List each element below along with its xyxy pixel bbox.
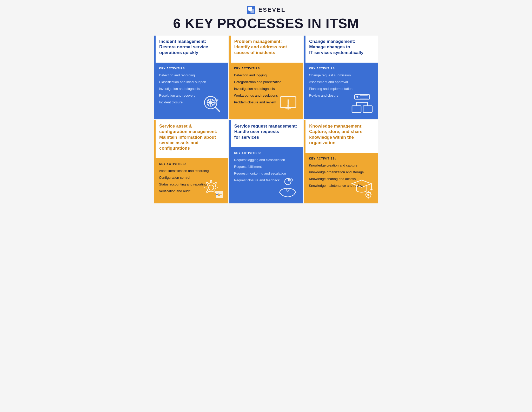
card-knowledge-title: Knowledge management:Capture, store, and… [309,123,374,145]
list-item: Detection and recording [159,72,223,79]
card-problem-title: Problem management:Identify and address … [234,39,299,55]
card-service-request-title-box: Service request management:Handle user r… [229,120,303,147]
list-item: Change request submission [309,72,373,79]
svg-marker-34 [352,180,371,187]
card-service-request-key-label: KEY ACTIVITIES: [234,151,298,155]
card-change-title: Change management:Manage changes toIT se… [309,39,374,55]
card-asset-icon [201,178,224,200]
card-problem-icon [278,95,299,115]
card-asset-title-box: Service asset &configuration management:… [154,120,228,158]
card-incident-icon [201,93,224,115]
card-knowledge: Knowledge management:Capture, store, and… [304,120,378,203]
logo-text: ESEVEL [258,6,286,13]
card-problem: Problem management:Identify and address … [229,36,303,119]
list-item: Investigation and diagnosis [234,85,298,92]
card-asset-title: Service asset &configuration management:… [159,123,224,151]
card-service-request-icon [277,178,299,200]
svg-rect-22 [363,106,372,112]
esevel-logo-icon [247,5,256,15]
list-item: Investigation and diagnosis [159,85,223,92]
card-knowledge-key-label: KEY ACTIVITIES: [309,157,373,160]
card-service-request-title: Service request management:Handle user r… [234,123,299,140]
list-item: Request fulfillment [234,163,298,170]
card-change-icon [351,93,374,115]
list-item: Request monitoring and escalation [234,170,298,177]
card-change-key-label: KEY ACTIVITIES: [309,67,373,70]
svg-rect-21 [352,106,361,112]
list-item: Knowledge creation and capture [309,162,373,169]
svg-point-17 [356,96,358,98]
list-item: Asset identification and recording [159,168,223,174]
card-service-request: Service request management:Handle user r… [229,120,303,203]
card-change-title-box: Change management:Manage changes toIT se… [304,36,378,63]
card-change: Change management:Manage changes toIT se… [304,36,378,119]
page: ESEVEL 6 KEY PROCESSES IN ITSM Incident … [149,0,383,211]
list-item: Classification and initial support [159,79,223,85]
svg-point-38 [367,194,369,196]
header: ESEVEL 6 KEY PROCESSES IN ITSM [154,5,378,31]
main-title: 6 KEY PROCESSES IN ITSM [154,16,378,31]
list-item: Categorization and prioritization [234,79,298,85]
list-item: Planning and implementation [309,85,373,92]
svg-point-27 [209,185,214,190]
list-item: Request logging and classification [234,157,298,163]
list-item: Knowledge organization and storage [309,169,373,176]
card-incident: Incident management:Restore normal servi… [154,36,228,119]
list-item: Detection and logging [234,72,298,79]
card-incident-key-label: KEY ACTIVITIES: [159,67,223,70]
svg-rect-2 [250,9,254,13]
card-incident-title: Incident management:Restore normal servi… [159,39,224,55]
svg-point-9 [209,101,212,104]
card-asset: Service asset &configuration management:… [154,120,228,203]
logo-row: ESEVEL [154,5,378,15]
svg-point-15 [287,105,289,107]
card-knowledge-title-box: Knowledge management:Capture, store, and… [304,120,378,153]
card-incident-title-box: Incident management:Restore normal servi… [154,36,228,63]
card-asset-key-label: KEY ACTIVITIES: [159,162,223,165]
list-item: Assessment and approval [309,79,373,85]
cards-grid: Incident management:Restore normal servi… [154,36,378,203]
svg-point-36 [370,188,373,190]
card-problem-title-box: Problem management:Identify and address … [229,36,303,63]
card-knowledge-icon [351,178,374,200]
card-problem-key-label: KEY ACTIVITIES: [234,67,298,70]
svg-line-10 [215,107,220,111]
